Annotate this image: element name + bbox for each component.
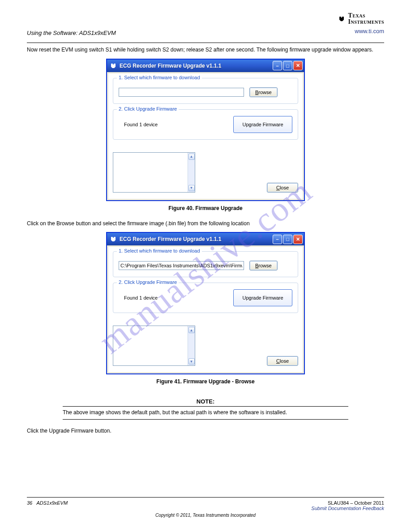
header-rule [27, 43, 384, 43]
note-rule-bottom [63, 419, 348, 420]
group1-legend-2: 1. Select which firmware to download [117, 248, 202, 253]
brand-line1: Texas [348, 13, 384, 19]
intro-paragraph-1: Now reset the EVM using switch S1 while … [27, 47, 384, 54]
group-select-firmware: 1. Select which firmware to download Bro… [113, 78, 298, 104]
upgrade-firmware-button-2[interactable]: Upgrade Firmware [233, 289, 292, 306]
scrollbar[interactable]: ▲ ▼ [188, 153, 195, 192]
submit-feedback-link[interactable]: Submit Documentation Feedback [311, 506, 384, 511]
intro-paragraph-2: Click on the Browse button and select th… [27, 220, 384, 227]
group-upgrade-2: 2. Click Upgrade Firmware Found 1 device… [113, 283, 298, 313]
group1-legend: 1. Select which firmware to download [117, 75, 202, 80]
maximize-button[interactable]: □ [283, 61, 292, 70]
titlebar[interactable]: ECG Recorder Firmware Upgrade v1.1.1 – □… [107, 60, 304, 72]
page-footer: 36 ADS1x9xEVM SLAU384 – October 2011 Sub… [27, 497, 384, 518]
log-textarea[interactable]: ▲ ▼ [113, 152, 195, 193]
firmware-path-input-2[interactable] [119, 261, 244, 270]
figure-41-caption: Figure 41. Firmware Upgrade - Browse [27, 378, 384, 385]
close-button[interactable]: Close [267, 183, 298, 193]
page-number: 36 [27, 500, 32, 506]
scroll-up-icon[interactable]: ▲ [188, 154, 195, 160]
section-heading: Using the Software: ADS1x9xEVM [27, 30, 116, 36]
upgrade-firmware-button[interactable]: Upgrade Firmware [233, 116, 292, 133]
firmware-dialog-1: ECG Recorder Firmware Upgrade v1.1.1 – □… [107, 59, 304, 201]
brand-line2: Instruments [348, 19, 384, 25]
log-textarea-2[interactable]: ▲ ▼ [113, 326, 195, 366]
note-rule-top [63, 406, 348, 407]
found-devices-text: Found 1 device [119, 122, 158, 127]
site-link[interactable]: www.ti.com [355, 28, 384, 36]
app-icon [110, 62, 117, 69]
note-block: NOTE: The above image shows the default … [63, 398, 348, 420]
browse-button-2[interactable]: Browse [249, 261, 278, 270]
firmware-dialog-2: ECG Recorder Firmware Upgrade v1.1.1 – □… [107, 232, 304, 374]
group2-legend-2: 2. Click Upgrade Firmware [117, 279, 179, 285]
window-title: ECG Recorder Firmware Upgrade v1.1.1 [120, 63, 270, 69]
note-title: NOTE: [63, 398, 348, 405]
scrollbar-2[interactable]: ▲ ▼ [188, 326, 195, 365]
close-button-2[interactable]: Close [267, 356, 298, 366]
group-select-firmware-2: 1. Select which firmware to download Bro… [113, 251, 298, 277]
scroll-up-icon-2[interactable]: ▲ [188, 327, 195, 333]
minimize-button-2[interactable]: – [273, 235, 282, 244]
close-window-button-2[interactable]: ✕ [293, 235, 303, 244]
ti-logo: Texas Instruments [338, 13, 384, 25]
close-window-button[interactable]: ✕ [293, 61, 303, 70]
footer-rule [27, 497, 384, 498]
titlebar-2[interactable]: ECG Recorder Firmware Upgrade v1.1.1 – □… [107, 233, 304, 245]
maximize-button-2[interactable]: □ [283, 235, 292, 244]
figure-40-caption: Figure 40. Firmware Upgrade [27, 205, 384, 211]
copyright: Copyright © 2011, Texas Instruments Inco… [27, 513, 384, 518]
browse-button[interactable]: Browse [249, 87, 278, 97]
scroll-down-icon[interactable]: ▼ [188, 185, 195, 191]
ti-chip-icon [338, 15, 346, 22]
minimize-button[interactable]: – [273, 61, 282, 70]
doc-revision: SLAU384 – October 2011 [311, 500, 384, 506]
app-icon-2 [110, 236, 117, 243]
found-devices-text-2: Found 1 device [119, 295, 158, 300]
group2-legend: 2. Click Upgrade Firmware [117, 106, 179, 112]
window-title-2: ECG Recorder Firmware Upgrade v1.1.1 [120, 236, 270, 242]
firmware-path-input[interactable] [119, 88, 244, 97]
note-body: The above image shows the default path, … [63, 409, 348, 416]
group-upgrade: 2. Click Upgrade Firmware Found 1 device… [113, 109, 298, 140]
scroll-down-icon-2[interactable]: ▼ [188, 358, 195, 365]
after-note-text: Click the Upgrade Firmware button. [27, 428, 384, 435]
doc-name: ADS1x9xEVM [36, 500, 68, 506]
